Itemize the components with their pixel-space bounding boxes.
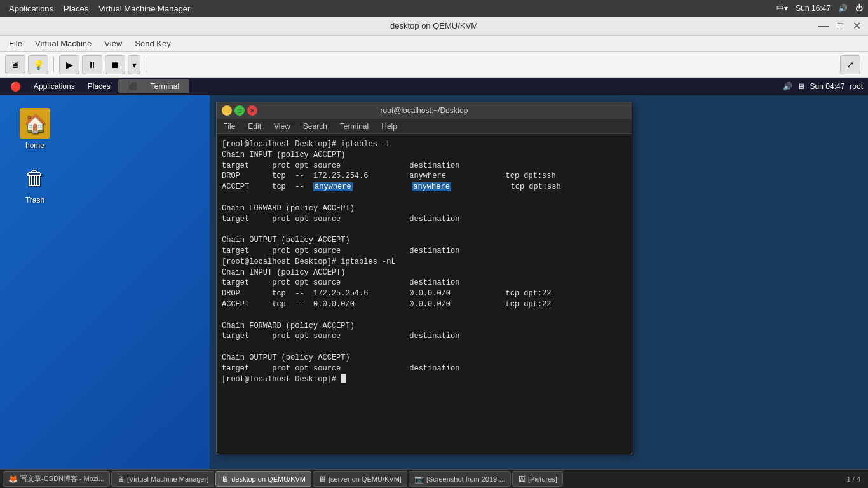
inner-apps-menu[interactable]: Applications bbox=[29, 81, 80, 92]
terminal-menu-search[interactable]: Search bbox=[299, 121, 331, 132]
term-line-5: ACCEPT tcp -- anywhere anywhere tcp dpt:… bbox=[222, 182, 627, 193]
trash-icon[interactable]: 🗑 Trash bbox=[13, 163, 57, 205]
toolbar-monitor-button[interactable]: 🖥 bbox=[5, 55, 25, 74]
taskbar: 🦊 写文章-CSDN博客 - Mozi... 🖥 [Virtual Machin… bbox=[0, 469, 868, 488]
term-line-19: target prot opt source destination bbox=[222, 331, 627, 342]
vmm-menu-file[interactable]: File bbox=[3, 37, 29, 50]
term-line-9 bbox=[222, 224, 627, 235]
inner-topbar-right: 🔊 🖥 Sun 04:47 root bbox=[783, 82, 863, 91]
home-folder-icon: 🏠 bbox=[20, 108, 50, 139]
system-topbar: Applications Places Virtual Machine Mana… bbox=[0, 0, 868, 17]
main-content: 🏠 home 🗑 Trash _ □ ✕ root@localhost:~/De… bbox=[0, 95, 868, 469]
taskbar-item-vmm-label: [Virtual Machine Manager] bbox=[127, 475, 208, 483]
term-line-12: [root@localhost Desktop]# iptables -nL bbox=[222, 257, 627, 268]
terminal-menu-help[interactable]: Help bbox=[377, 121, 401, 132]
term-line-14: target prot opt source destination bbox=[222, 278, 627, 288]
vmm-menu-sendkey[interactable]: Send Key bbox=[128, 37, 177, 50]
system-lang-icon: 中▾ bbox=[776, 3, 788, 14]
trash-can-icon: 🗑 bbox=[20, 163, 50, 193]
toolbar-separator-2 bbox=[146, 57, 146, 72]
toolbar-pause-button[interactable]: ⏸ bbox=[82, 55, 102, 74]
system-vmm-label[interactable]: Virtual Machine Manager bbox=[95, 3, 194, 15]
terminal-label: Terminal bbox=[146, 81, 184, 92]
desktop-area: 🏠 home 🗑 Trash bbox=[0, 95, 210, 469]
system-bar-left: Applications Places Virtual Machine Mana… bbox=[5, 3, 194, 15]
toolbar-dropdown-button[interactable]: ▾ bbox=[128, 55, 140, 74]
inner-screen-icon[interactable]: 🖥 bbox=[797, 82, 805, 91]
inner-topbar-left: 🔴 Applications Places ⬛ Terminal bbox=[5, 79, 189, 93]
system-volume-icon[interactable]: 🔊 bbox=[838, 4, 848, 13]
vmm-window-title: desktop on QEMU/KVM bbox=[390, 21, 478, 30]
taskbar-page: 1 / 4 bbox=[842, 475, 865, 483]
inner-volume-icon[interactable]: 🔊 bbox=[783, 82, 792, 91]
term-line-4: DROP tcp -- 172.25.254.6 anywhere tcp dp… bbox=[222, 171, 627, 182]
inner-time: Sun 04:47 bbox=[810, 82, 845, 91]
term-line-1: [root@localhost Desktop]# iptables -L bbox=[222, 139, 627, 150]
terminal-close-button[interactable]: ✕ bbox=[247, 105, 257, 116]
terminal-maximize-button[interactable]: □ bbox=[234, 105, 245, 116]
inner-user[interactable]: root bbox=[850, 82, 863, 91]
inner-topbar-fedora-icon: 🔴 bbox=[5, 80, 26, 93]
home-label: home bbox=[25, 141, 44, 150]
term-line-15: DROP tcp -- 172.25.254.6 0.0.0.0/0 tcp d… bbox=[222, 288, 627, 299]
server-vm-icon: 🖥 bbox=[318, 475, 326, 484]
inner-places-menu[interactable]: Places bbox=[83, 81, 116, 92]
terminal-title: root@localhost:~/Desktop bbox=[381, 106, 468, 115]
term-line-17 bbox=[222, 310, 627, 321]
taskbar-item-vmm[interactable]: 🖥 [Virtual Machine Manager] bbox=[111, 471, 214, 487]
vmm-minimize-button[interactable]: — bbox=[817, 20, 830, 32]
vmm-close-button[interactable]: ✕ bbox=[850, 20, 863, 32]
system-apps-menu[interactable]: Applications bbox=[5, 3, 57, 15]
taskbar-item-server-vm-label: [server on QEMU/KVM] bbox=[329, 475, 402, 483]
taskbar-item-screenshot[interactable]: 📷 [Screenshot from 2019-... bbox=[409, 471, 511, 487]
vmm-menu-view[interactable]: View bbox=[98, 37, 128, 50]
terminal-window: _ □ ✕ root@localhost:~/Desktop File Edit… bbox=[216, 102, 632, 454]
term-line-18: Chain FORWARD (policy ACCEPT) bbox=[222, 321, 627, 332]
terminal-body[interactable]: [root@localhost Desktop]# iptables -L Ch… bbox=[217, 134, 632, 454]
term-line-13: Chain INPUT (policy ACCEPT) bbox=[222, 268, 627, 278]
terminal-menu-file[interactable]: File bbox=[219, 121, 239, 132]
vmm-maximize-button[interactable]: □ bbox=[834, 20, 846, 32]
terminal-menubar: File Edit View Search Terminal Help bbox=[217, 119, 632, 134]
taskbar-item-server-vm[interactable]: 🖥 [server on QEMU/KVM] bbox=[313, 471, 407, 487]
system-time: Sun 16:47 bbox=[796, 4, 831, 13]
terminal-cursor bbox=[341, 374, 346, 383]
toolbar-stop-button[interactable]: ⏹ bbox=[105, 55, 125, 74]
highlight-anywhere-src: anywhere bbox=[313, 182, 353, 191]
term-line-10: Chain OUTPUT (policy ACCEPT) bbox=[222, 235, 627, 246]
terminal-menu-terminal[interactable]: Terminal bbox=[336, 121, 372, 132]
terminal-menu-edit[interactable]: Edit bbox=[244, 121, 265, 132]
taskbar-item-firefox[interactable]: 🦊 写文章-CSDN博客 - Mozi... bbox=[3, 471, 110, 487]
highlight-anywhere-dst: anywhere bbox=[412, 182, 451, 191]
home-icon[interactable]: 🏠 home bbox=[13, 108, 57, 150]
toolbar-resize-button[interactable]: ⤢ bbox=[840, 55, 860, 74]
terminal-minimize-button[interactable]: _ bbox=[222, 105, 232, 116]
term-line-20 bbox=[222, 342, 627, 353]
vmm-taskbar-icon: 🖥 bbox=[117, 475, 125, 484]
vmm-titlebar-controls: — □ ✕ bbox=[817, 20, 863, 32]
screenshot-icon: 📷 bbox=[414, 475, 424, 484]
firefox-icon: 🦊 bbox=[8, 475, 18, 484]
term-line-11: target prot opt source destination bbox=[222, 246, 627, 257]
terminal-area: _ □ ✕ root@localhost:~/Desktop File Edit… bbox=[210, 95, 868, 469]
toolbar-bulb-button[interactable]: 💡 bbox=[28, 55, 48, 74]
system-power-icon[interactable]: ⏻ bbox=[855, 4, 863, 13]
taskbar-item-pictures[interactable]: 🖼 [Pictures] bbox=[512, 471, 563, 487]
vmm-toolbar: 🖥 💡 ▶ ⏸ ⏹ ▾ ⤢ bbox=[0, 52, 868, 78]
taskbar-item-screenshot-label: [Screenshot from 2019-... bbox=[426, 475, 505, 483]
vmm-menu-virtualmachine[interactable]: Virtual Machine bbox=[29, 37, 98, 50]
terminal-titlebar-buttons: _ □ ✕ bbox=[222, 105, 257, 116]
taskbar-item-firefox-label: 写文章-CSDN博客 - Mozi... bbox=[20, 474, 104, 484]
inner-terminal-indicator[interactable]: ⬛ Terminal bbox=[118, 79, 189, 93]
term-line-16: ACCEPT tcp -- 0.0.0.0/0 0.0.0.0/0 tcp dp… bbox=[222, 299, 627, 310]
terminal-titlebar: _ □ ✕ root@localhost:~/Desktop bbox=[217, 102, 632, 119]
term-line-7: Chain FORWARD (policy ACCEPT) bbox=[222, 203, 627, 214]
system-places-menu[interactable]: Places bbox=[60, 3, 92, 15]
trash-label: Trash bbox=[25, 196, 44, 205]
terminal-menu-view[interactable]: View bbox=[270, 121, 294, 132]
toolbar-play-button[interactable]: ▶ bbox=[59, 55, 79, 74]
pictures-icon: 🖼 bbox=[518, 475, 526, 484]
taskbar-item-desktop-vm[interactable]: 🖥 desktop on QEMU/KVM bbox=[215, 471, 311, 487]
term-line-3: target prot opt source destination bbox=[222, 161, 627, 172]
vmm-menubar: File Virtual Machine View Send Key bbox=[0, 36, 868, 52]
